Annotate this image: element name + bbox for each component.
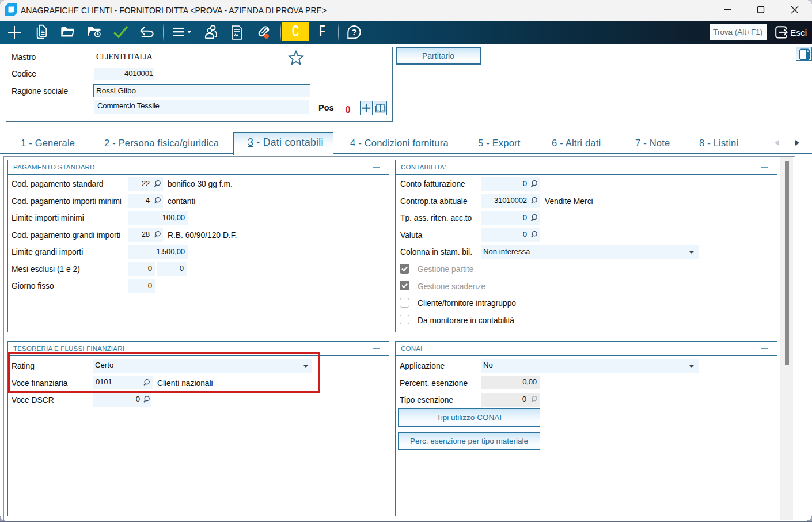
svg-text:?: ? xyxy=(351,27,356,37)
